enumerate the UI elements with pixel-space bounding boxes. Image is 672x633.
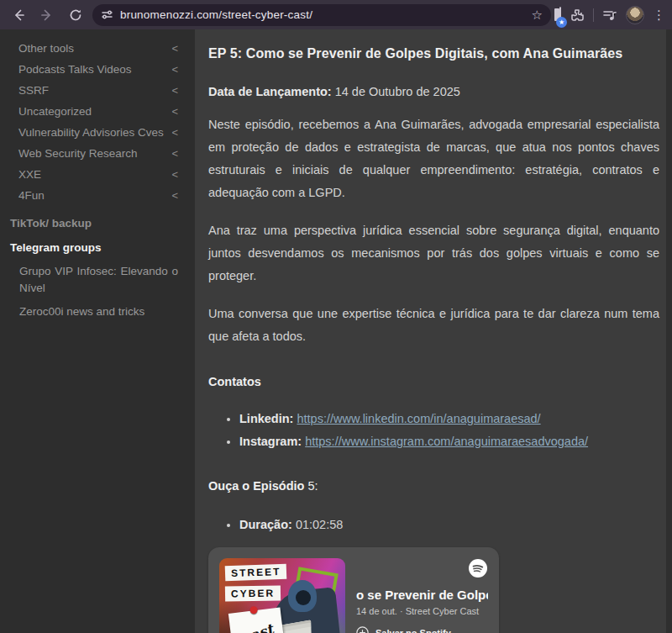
reload-button[interactable] [64, 3, 87, 27]
forward-icon [40, 8, 54, 22]
address-bar[interactable]: brunomenozzi.com/street-cyber-cast/ ☆ [92, 4, 551, 26]
artwork-text-cyber: CYBER [225, 585, 281, 601]
artwork-text-street: STREET [225, 564, 287, 582]
url-text[interactable]: brunomenozzi.com/street-cyber-cast/ [120, 8, 525, 21]
sidebar-item-label: Other tools [18, 42, 74, 55]
paragraph-3: Uma conversa que une expertise técnica e… [208, 303, 659, 348]
sidebar-item-web-security[interactable]: Web Security Research < [0, 143, 195, 164]
artwork-pin [249, 606, 258, 615]
listen-heading-bold: Ouça o Episódio [208, 479, 304, 493]
chevron-left-icon: < [171, 126, 178, 139]
reload-icon [69, 8, 82, 22]
sidebar-item-label: Uncategorized [18, 105, 92, 118]
toolbar-right: ★ ⋮ [556, 6, 665, 24]
chevron-left-icon: < [171, 105, 178, 118]
spotify-embed-card: STREET CYBER cast [208, 547, 499, 633]
duration-value: 01:02:58 [292, 518, 343, 531]
browser-toolbar: brunomenozzi.com/street-cyber-cast/ ☆ ★ … [0, 0, 672, 29]
release-date-value: 14 de Outubro de 2025 [332, 85, 460, 98]
playlist-icon [602, 8, 617, 22]
contact-label: Linkedin: [239, 412, 293, 425]
sidebar-item-other-tools[interactable]: Other tools < [0, 38, 195, 59]
page: Other tools < Podcasts Talks Videos < SS… [0, 29, 672, 633]
episode-title: EP 5: Como se Prevenir de Golpes Digitai… [208, 46, 659, 61]
artwork-text-cast: cast [239, 620, 275, 633]
instagram-link[interactable]: https://www.instagram.com/anaguimaraesad… [305, 435, 588, 448]
back-icon [12, 8, 25, 22]
player-episode-title[interactable]: o se Prevenir de Golpes Digitais [356, 588, 488, 602]
sidebar-item-tiktok-backup[interactable]: TikTok/ backup [0, 213, 195, 234]
contacts-list: Linkedin: https://www.linkedin.com/in/an… [208, 410, 659, 451]
sidebar-item-4fun[interactable]: 4Fun < [0, 185, 195, 206]
sidebar: Other tools < Podcasts Talks Videos < SS… [0, 29, 195, 633]
sidebar-item-label: Podcasts Talks Videos [18, 63, 132, 76]
sidebar-item-podcasts[interactable]: Podcasts Talks Videos < [0, 59, 195, 80]
linkedin-link[interactable]: https://www.linkedin.com/in/anaguimaraes… [297, 412, 540, 425]
chevron-left-icon: < [171, 168, 178, 181]
media-controls-button[interactable] [602, 8, 617, 22]
paragraph-1: Neste episódio, recebemos a Ana Guimarãe… [208, 113, 659, 204]
article-main: EP 5: Como se Prevenir de Golpes Digitai… [195, 29, 672, 633]
toolbar-separator [593, 8, 594, 22]
add-circle-icon [356, 626, 369, 633]
contact-label: Instagram: [239, 435, 302, 448]
player-right: o se Prevenir de Golpes Digitais 14 de o… [356, 558, 488, 633]
sidebar-item-xxe[interactable]: XXE < [0, 164, 195, 185]
sidebar-item-label: SSRF [18, 84, 49, 97]
sidebar-item-label: 4Fun [18, 189, 45, 202]
page-scrollbar[interactable] [666, 29, 672, 633]
chevron-left-icon: < [171, 42, 178, 55]
extensions-button[interactable] [570, 8, 585, 23]
artwork-face [296, 590, 311, 605]
spotify-logo-icon[interactable] [468, 558, 488, 578]
paragraph-2: Ana traz uma perspectiva jurídica essenc… [208, 219, 659, 287]
site-settings-icon[interactable] [101, 8, 113, 21]
side-panel-button[interactable]: ★ [559, 8, 561, 23]
chevron-left-icon: < [171, 84, 178, 97]
profile-avatar[interactable] [626, 6, 644, 24]
sidebar-header-telegram-groups[interactable]: Telegram groups [0, 237, 195, 258]
release-date-label: Data de Lançamento: [208, 85, 332, 98]
bookmark-badge-icon: ★ [556, 17, 567, 28]
bookmark-star-icon[interactable]: ☆ [532, 8, 543, 23]
duration-label: Duração: [239, 518, 292, 531]
contacts-heading: Contatos [208, 375, 659, 388]
sidebar-item-label: Web Security Research [18, 147, 138, 160]
contact-instagram: Instagram: https://www.instagram.com/ana… [239, 433, 659, 451]
back-button[interactable] [7, 3, 30, 27]
player-episode-meta: 14 de out. · Street Cyber Cast [356, 606, 488, 616]
listen-heading: Ouça o Episódio 5: [208, 479, 659, 493]
listen-heading-rest: 5: [304, 479, 318, 493]
chevron-left-icon: < [171, 63, 178, 76]
save-label: Salvar no Spotify [375, 628, 451, 633]
episode-artwork[interactable]: STREET CYBER cast [219, 558, 345, 633]
sidebar-item-label: XXE [18, 168, 41, 181]
artwork-note: cast [228, 607, 286, 633]
chevron-left-icon: < [171, 147, 178, 160]
sidebar-item-grupo-vip[interactable]: Grupo VIP Infosec: Elevando o Nível [0, 260, 195, 300]
sidebar-item-label: Vulnerability Advisories Cves [18, 126, 164, 139]
release-date: Data de Lançamento: 14 de Outubro de 202… [208, 85, 659, 98]
sidebar-item-uncategorized[interactable]: Uncategorized < [0, 101, 195, 122]
menu-kebab-icon[interactable]: ⋮ [653, 8, 665, 23]
duration-item: Duração: 01:02:58 [239, 516, 659, 534]
sidebar-item-vuln-advisories[interactable]: Vulnerability Advisories Cves < [0, 122, 195, 143]
sidebar-item-zeroc00i[interactable]: Zeroc00i news and tricks [0, 300, 195, 324]
chevron-left-icon: < [171, 189, 178, 202]
save-on-spotify-button[interactable]: Salvar no Spotify [356, 626, 488, 633]
sidebar-item-ssrf[interactable]: SSRF < [0, 80, 195, 101]
forward-button[interactable] [35, 3, 59, 27]
contact-linkedin: Linkedin: https://www.linkedin.com/in/an… [239, 410, 659, 428]
extensions-puzzle-icon [570, 8, 585, 23]
duration-list: Duração: 01:02:58 [208, 516, 659, 534]
